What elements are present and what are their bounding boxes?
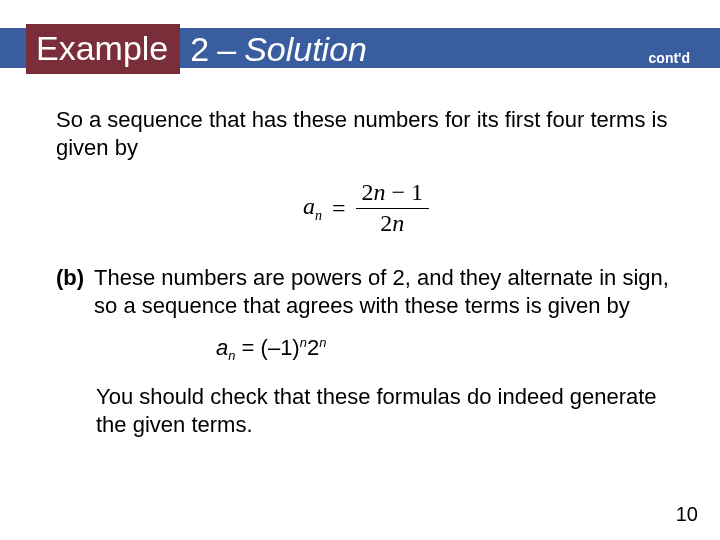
formula-a: an = 2n − 1 2n xyxy=(303,180,429,235)
slide-header: Example 2 – Solution cont'd xyxy=(0,20,720,78)
two: 2 xyxy=(307,335,319,360)
formula-b: an = (–1)n2n xyxy=(216,335,326,360)
example-badge: Example xyxy=(26,24,180,74)
part-b-label: (b) xyxy=(56,264,84,320)
part-b: (b) These numbers are powers of 2, and t… xyxy=(56,264,676,320)
var-a: a xyxy=(303,193,315,219)
neg-one-close: –1) xyxy=(268,335,300,360)
slide-body: So a sequence that has these numbers for… xyxy=(0,78,720,439)
fraction-numerator: 2n − 1 xyxy=(356,180,430,208)
formula-a-wrap: an = 2n − 1 2n xyxy=(56,180,676,235)
contd-label: cont'd xyxy=(649,50,690,66)
sup-n-1: n xyxy=(300,335,307,350)
check-paragraph: You should check that these formulas do … xyxy=(56,383,676,439)
intro-paragraph: So a sequence that has these numbers for… xyxy=(56,106,676,162)
title-rest: 2 – Solution xyxy=(190,30,367,69)
formula-a-lhs: an xyxy=(303,191,322,225)
var-a-b: a xyxy=(216,335,228,360)
title-solution: Solution xyxy=(244,30,367,69)
part-b-text: These numbers are powers of 2, and they … xyxy=(94,264,676,320)
example-number: 2 xyxy=(190,30,209,69)
slide-title: Example 2 – Solution xyxy=(26,20,367,78)
equals-sign: = xyxy=(332,193,346,224)
formula-b-wrap: an = (–1)n2n xyxy=(56,334,676,365)
fraction-denominator: 2n xyxy=(374,209,410,236)
eq-open: = ( xyxy=(235,335,267,360)
page-number: 10 xyxy=(676,503,698,526)
sup-n-2: n xyxy=(319,335,326,350)
sub-n: n xyxy=(315,208,322,223)
fraction: 2n − 1 2n xyxy=(356,180,430,235)
title-dash: – xyxy=(217,30,236,69)
